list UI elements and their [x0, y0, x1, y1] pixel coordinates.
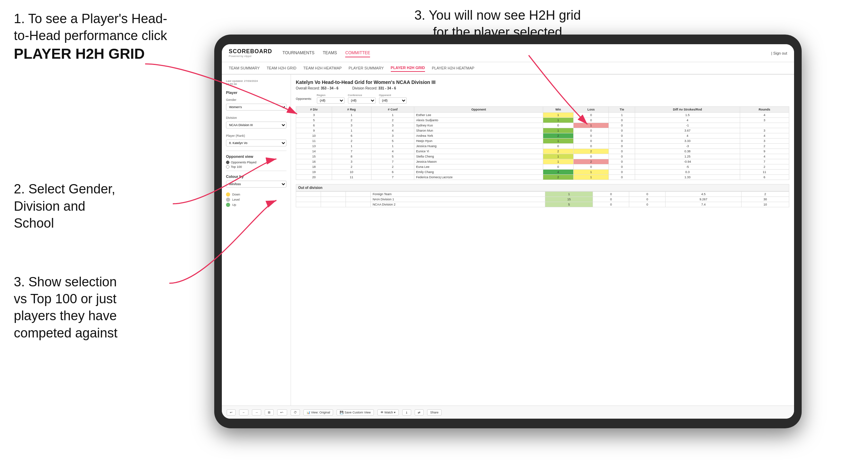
table-row: NAIA Division 1 15 0 0 9.267 30	[296, 197, 789, 202]
nav-sign-out[interactable]: | Sign out	[771, 51, 787, 55]
step3a-text: 3. Show selection vs Top 100 or just pla…	[14, 274, 228, 342]
nav-teams[interactable]: TEAMS	[323, 49, 337, 57]
filter-row: Opponents: Region (All) Conference	[296, 94, 789, 104]
table-row: 9 1 4 Sharon Mun 1 0 0 3.67 3	[296, 128, 789, 133]
top-navigation: SCOREBOARD Powered by clippd TOURNAMENTS…	[222, 44, 794, 62]
colour-legend: Down Level Up	[226, 192, 286, 207]
region-select[interactable]: (All)	[317, 97, 345, 104]
out-of-division-section: Out of division Foreign Team 1 0 0 4.5 2…	[296, 184, 789, 207]
overall-record: Overall Record: 353 - 34 - 6	[296, 86, 338, 90]
radio-opponents-played[interactable]: Opponents Played	[226, 161, 286, 164]
toolbar-back[interactable]: ←	[239, 409, 248, 416]
step2-text: 2. Select Gender, Division and School	[14, 181, 228, 232]
opponent-view-radios: Opponents Played Top 100	[226, 161, 286, 169]
toolbar-save-custom[interactable]: 💾 Save Custom View	[337, 409, 374, 416]
logo: SCOREBOARD Powered by clippd	[229, 48, 272, 58]
opponent-filter: Opponent (All)	[379, 94, 407, 104]
toolbar-grid[interactable]: ⊞	[265, 409, 274, 416]
record-row: Overall Record: 353 - 34 - 6 Division Re…	[296, 86, 789, 90]
player-section-label: Player	[226, 90, 286, 95]
subnav-player-summary[interactable]: PLAYER SUMMARY	[349, 65, 384, 72]
col-header-diff: Diff Av Strokes/Rnd	[635, 107, 740, 113]
col-header-opponent: Opponent	[414, 107, 543, 113]
nav-committee[interactable]: COMMITTEE	[345, 49, 370, 57]
toolbar-share[interactable]: Share	[427, 409, 442, 416]
sub-navigation: TEAM SUMMARY TEAM H2H GRID TEAM H2H HEAT…	[222, 62, 794, 75]
conference-filter: Conference (All)	[348, 94, 376, 104]
table-row: 15 8 5 Stella Cheng 1 0 0 1.25 4	[296, 154, 789, 159]
instruction-step2: 2. Select Gender, Division and School	[14, 181, 228, 232]
instructions-panel: 1. To see a Player's Head- to-Head perfo…	[0, 0, 242, 467]
instruction-step1: 1. To see a Player's Head- to-Head perfo…	[14, 10, 228, 63]
col-header-rounds: Rounds	[740, 107, 789, 113]
table-header-row: # Div # Reg # Conf Opponent Win Loss Tie…	[296, 107, 789, 113]
logo-text: SCOREBOARD	[229, 48, 272, 55]
subnav-team-h2h-heatmap[interactable]: TEAM H2H HEATMAP	[303, 65, 342, 72]
h2h-title: Katelyn Vo Head-to-Head Grid for Women's…	[296, 79, 789, 85]
table-row: 3 1 1 Esther Lee 1 0 1 1.5 4	[296, 113, 789, 118]
table-row: 20 11 7 Federica Domecq Lacroze 2 1 0 1.…	[296, 175, 789, 180]
bottom-toolbar: ↩ ← → ⊞ ↩· ⏱ 📊 View: Original 💾 Save Cus…	[222, 406, 794, 419]
legend-up: Up	[226, 203, 286, 207]
table-row: 19 10 6 Emily Chang 4 1 0 0.3 11	[296, 170, 789, 175]
gender-label: Gender	[226, 98, 286, 102]
out-of-division-header: Out of division	[296, 184, 789, 191]
player-rank-label: Player (Rank)	[226, 134, 286, 137]
table-row: 16 3 7 Jessica Mason 1 2 0 -0.94 7	[296, 159, 789, 164]
table-row: 14 7 4 Eunice Yi 2 2 0 0.38 9	[296, 149, 789, 154]
opponent-select[interactable]: (All)	[379, 97, 407, 104]
tablet-device: SCOREBOARD Powered by clippd TOURNAMENTS…	[214, 35, 802, 428]
table-row: 11 2 5 Heejo Hyun 1 0 0 3.33 3	[296, 139, 789, 144]
legend-level: Level	[226, 198, 286, 202]
table-row: 13 1 1 Jessica Huang 0 0 0 -3 2	[296, 144, 789, 149]
gender-select[interactable]: Women's	[226, 104, 286, 111]
toolbar-swap[interactable]: ⇌	[415, 409, 424, 416]
colour-by-select[interactable]: Win/loss	[226, 181, 286, 188]
division-select[interactable]: NCAA Division III	[226, 122, 286, 128]
player-rank-select[interactable]: 8. Katelyn Vo	[226, 140, 286, 146]
table-row: 18 2 2 Euna Lee 0 0 0 -5 2	[296, 164, 789, 170]
table-row: 6 3 3 Sydney Kuo 0 1 0 -1	[296, 123, 789, 128]
sidebar-timestamp: Last Updated: 27/03/2024 16:55:38	[226, 79, 286, 86]
legend-down: Down	[226, 192, 286, 197]
toolbar-download[interactable]: ⤓	[402, 409, 411, 416]
table-row: Foreign Team 1 0 0 4.5 2	[296, 192, 789, 197]
conference-select[interactable]: (All)	[348, 97, 376, 104]
subnav-player-h2h-heatmap[interactable]: PLAYER H2H HEATMAP	[432, 65, 474, 72]
content-area: Katelyn Vo Head-to-Head Grid for Women's…	[291, 75, 794, 406]
toolbar-redo[interactable]: ↩·	[277, 409, 287, 416]
subnav-team-h2h-grid[interactable]: TEAM H2H GRID	[267, 65, 296, 72]
col-header-reg: # Reg	[332, 107, 371, 113]
main-area: Last Updated: 27/03/2024 16:55:38 Player…	[222, 75, 794, 406]
col-header-tie: Tie	[609, 107, 635, 113]
toolbar-forward[interactable]: →	[252, 409, 261, 416]
colour-by-label: Colour by	[226, 174, 286, 179]
table-row: 5 2 2 Alexis Sudjianto 1 0 0 4 3	[296, 118, 789, 123]
opponents-label: Opponents:	[296, 97, 312, 101]
toolbar-undo[interactable]: ↩	[227, 409, 236, 416]
subnav-player-h2h-grid[interactable]: PLAYER H2H GRID	[391, 64, 425, 72]
col-header-div: # Div	[296, 107, 332, 113]
division-label: Division	[226, 116, 286, 120]
table-row: 10 6 3 Andrea York 2 0 0 4 4	[296, 133, 789, 139]
out-of-division-table: Foreign Team 1 0 0 4.5 2 NAIA Division 1…	[296, 191, 789, 207]
toolbar-watch[interactable]: 👁 Watch ▾	[377, 409, 399, 416]
radio-top100[interactable]: Top 100	[226, 165, 286, 169]
logo-sub: Powered by clippd	[229, 55, 272, 58]
h2h-table: # Div # Reg # Conf Opponent Win Loss Tie…	[296, 106, 789, 180]
instruction-step3a: 3. Show selection vs Top 100 or just pla…	[14, 274, 228, 342]
col-header-conf: # Conf	[371, 107, 414, 113]
nav-items: TOURNAMENTS TEAMS COMMITTEE	[283, 49, 771, 57]
division-record: Division Record: 331 - 34 - 6	[352, 86, 396, 90]
col-header-win: Win	[543, 107, 574, 113]
subnav-team-summary[interactable]: TEAM SUMMARY	[229, 65, 260, 72]
toolbar-timer[interactable]: ⏱	[291, 409, 300, 416]
toolbar-view-original[interactable]: 📊 View: Original	[303, 409, 333, 416]
table-row: NCAA Division 2 5 0 0 7.4 10	[296, 202, 789, 207]
opponent-view-label: Opponent view	[226, 154, 286, 159]
sidebar: Last Updated: 27/03/2024 16:55:38 Player…	[222, 75, 291, 406]
region-filter: Region (All)	[317, 94, 345, 104]
nav-tournaments[interactable]: TOURNAMENTS	[283, 49, 314, 57]
step1-text: 1. To see a Player's Head- to-Head perfo…	[14, 10, 228, 63]
col-header-loss: Loss	[573, 107, 608, 113]
